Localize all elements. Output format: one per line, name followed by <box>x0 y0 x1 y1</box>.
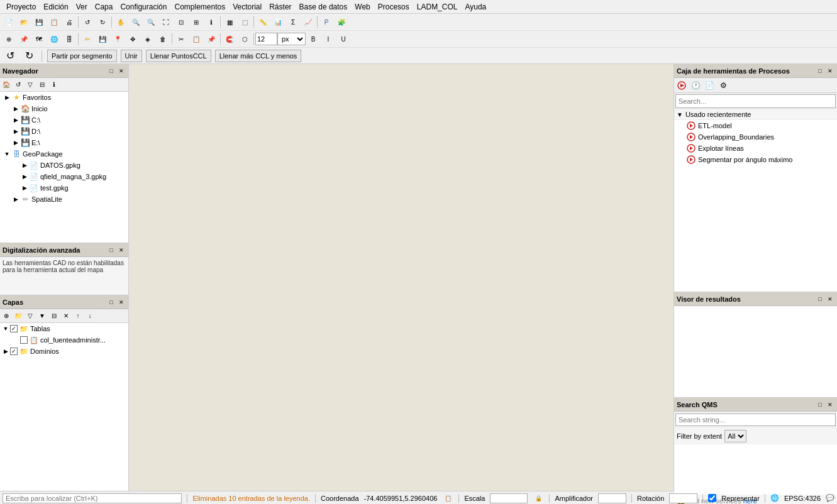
select-btn[interactable]: ▦ <box>223 15 236 29</box>
rotation-input[interactable]: 0.0 ° <box>669 493 697 503</box>
partir-segmento-btn[interactable]: Partir por segmento <box>47 50 117 62</box>
layers-down-btn[interactable]: ↓ <box>84 310 96 322</box>
unir-btn[interactable]: Unir <box>121 50 142 62</box>
add-wms-btn[interactable]: 🌐 <box>47 32 61 46</box>
nav-favorites[interactable]: ▶ ★ Favoritos <box>0 92 128 103</box>
qms-filter-select[interactable]: All <box>724 430 746 442</box>
locator-search-input[interactable] <box>3 493 182 503</box>
layers-add-group-btn[interactable]: 📁 <box>13 310 24 322</box>
results-close-btn[interactable]: ✕ <box>826 295 834 304</box>
menu-raster[interactable]: Ráster <box>265 1 295 13</box>
scale-lock-btn[interactable]: 🔒 <box>533 493 543 503</box>
nav-e-drive[interactable]: ▶ 💾 E:\ <box>0 137 128 148</box>
nav-d-toggle[interactable]: ▶ <box>11 127 20 136</box>
add-raster-btn[interactable]: 🗺 <box>32 32 46 46</box>
undo-edit-btn[interactable]: ↺ <box>3 49 17 63</box>
nav-geopackage-toggle[interactable]: ▼ <box>3 150 11 158</box>
amplifier-input[interactable]: 100% <box>598 493 626 503</box>
italic-btn[interactable]: I <box>321 32 335 46</box>
proc-overlapping[interactable]: Overlapping_Boundaries <box>674 131 837 143</box>
map-canvas[interactable] <box>129 64 673 491</box>
undo-btn[interactable]: ↺ <box>80 15 94 29</box>
layers-add-btn[interactable]: ⊕ <box>1 310 12 322</box>
nav-c-toggle[interactable]: ▶ <box>11 116 20 124</box>
navigator-maximize-btn[interactable]: □ <box>107 67 116 75</box>
field-calc-btn[interactable]: Σ <box>286 15 300 29</box>
proc-settings-btn[interactable]: ⚙ <box>717 80 729 91</box>
underline-btn[interactable]: U <box>336 32 350 46</box>
topology-btn[interactable]: ⬡ <box>238 32 252 46</box>
add-vector-btn[interactable]: 📌 <box>17 32 31 46</box>
menu-proyecto[interactable]: Proyecto <box>3 1 40 13</box>
layers-collapse-btn[interactable]: ⊟ <box>48 310 60 322</box>
nav-refresh-btn[interactable]: ↺ <box>13 79 24 90</box>
zoom-layer-btn[interactable]: ⊡ <box>174 15 188 29</box>
nav-inicio[interactable]: ▶ 🏠 Inicio <box>0 103 128 114</box>
menu-ladm-col[interactable]: LADM_COL <box>413 1 462 13</box>
menu-base-datos[interactable]: Base de datos <box>296 1 352 13</box>
coordinate-copy-btn[interactable]: 📋 <box>443 493 453 503</box>
menu-ayuda[interactable]: Ayuda <box>461 1 490 13</box>
nav-geopackage[interactable]: ▼ 🗄 GeoPackage <box>0 148 128 160</box>
save-as-btn[interactable]: 📋 <box>47 15 61 29</box>
identify-btn[interactable]: ℹ <box>204 15 218 29</box>
nav-test-gpkg[interactable]: ▶ 📄 test.gpkg <box>0 182 128 194</box>
layers-close-btn[interactable]: ✕ <box>117 298 126 307</box>
proc-maximize-btn[interactable]: □ <box>816 67 824 75</box>
node-tool-btn[interactable]: ◈ <box>141 32 155 46</box>
nav-d-drive[interactable]: ▶ 💾 D:\ <box>0 126 128 137</box>
col-fuente-checkbox[interactable] <box>20 336 28 344</box>
nav-info-btn[interactable]: ℹ <box>48 79 60 90</box>
paste-btn[interactable]: 📌 <box>204 32 218 46</box>
new-layer-btn[interactable]: ⊕ <box>2 32 16 46</box>
render-checkbox[interactable] <box>708 494 716 502</box>
menu-edicion[interactable]: Edición <box>40 1 72 13</box>
digit-close-btn[interactable]: ✕ <box>117 246 126 255</box>
copy-btn[interactable]: 📋 <box>189 32 203 46</box>
save-project-btn[interactable]: 💾 <box>32 15 46 29</box>
results-maximize-btn[interactable]: □ <box>816 295 824 304</box>
layers-filter2-btn[interactable]: ▼ <box>36 310 48 322</box>
proc-history-btn[interactable]: 🕐 <box>689 80 702 91</box>
move-feature-btn[interactable]: ✥ <box>126 32 140 46</box>
layers-remove-btn[interactable]: ✕ <box>60 310 72 322</box>
tablas-toggle[interactable]: ▼ <box>1 324 10 333</box>
zoom-in-btn[interactable]: 🔍 <box>129 15 143 29</box>
recently-used-header[interactable]: ▼ Usado recientemente <box>674 109 837 120</box>
stats-btn[interactable]: 📈 <box>301 15 315 29</box>
proc-search-input[interactable] <box>675 94 836 108</box>
python-btn[interactable]: P <box>319 15 333 29</box>
layer-dominios[interactable]: ▶ 📁 Dominios <box>0 346 128 357</box>
save-edits-btn[interactable]: 💾 <box>96 32 109 46</box>
nav-e-toggle[interactable]: ▶ <box>11 138 20 147</box>
menu-web[interactable]: Web <box>351 1 374 13</box>
menu-ver[interactable]: Ver <box>72 1 91 13</box>
menu-capa[interactable]: Capa <box>91 1 117 13</box>
pan-btn[interactable]: ✋ <box>114 15 128 29</box>
proc-run-btn[interactable] <box>675 80 688 91</box>
deselect-btn[interactable]: ⬚ <box>238 15 252 29</box>
nav-qfield-gpkg[interactable]: ▶ 📄 qfield_magna_3.gpkg <box>0 171 128 182</box>
menu-complementos[interactable]: Complementos <box>170 1 229 13</box>
qms-close-btn[interactable]: ✕ <box>826 400 834 409</box>
nav-qfield-toggle[interactable]: ▶ <box>20 172 29 181</box>
proc-etl-model[interactable]: ETL-model <box>674 120 837 131</box>
attribute-table-btn[interactable]: 📊 <box>271 15 285 29</box>
proc-close-btn[interactable]: ✕ <box>826 67 834 75</box>
dominios-checkbox[interactable] <box>10 348 18 355</box>
nav-test-toggle[interactable]: ▶ <box>20 184 29 192</box>
scale-input[interactable]: 1:89 <box>490 493 528 503</box>
print-btn[interactable]: 🖨 <box>62 15 76 29</box>
open-project-btn[interactable]: 📂 <box>17 15 31 29</box>
proc-segmentar[interactable]: Segmentar por ángulo máximo <box>674 154 837 165</box>
llenar-mas-btn[interactable]: Llenar más CCL y menos <box>215 50 302 62</box>
new-project-btn[interactable]: 📄 <box>2 15 16 29</box>
nav-spatialite[interactable]: ▶ ✏ SpatiaLite <box>0 194 128 205</box>
nav-home-btn[interactable]: 🏠 <box>1 79 12 90</box>
zoom-selection-btn[interactable]: ⊞ <box>189 15 203 29</box>
nav-c-drive[interactable]: ▶ 💾 C:\ <box>0 114 128 126</box>
menu-vectorial[interactable]: Vectorial <box>229 1 265 13</box>
nav-inicio-toggle[interactable]: ▶ <box>11 104 20 113</box>
add-feature-btn[interactable]: 📍 <box>111 32 125 46</box>
menu-procesos[interactable]: Procesos <box>374 1 413 13</box>
